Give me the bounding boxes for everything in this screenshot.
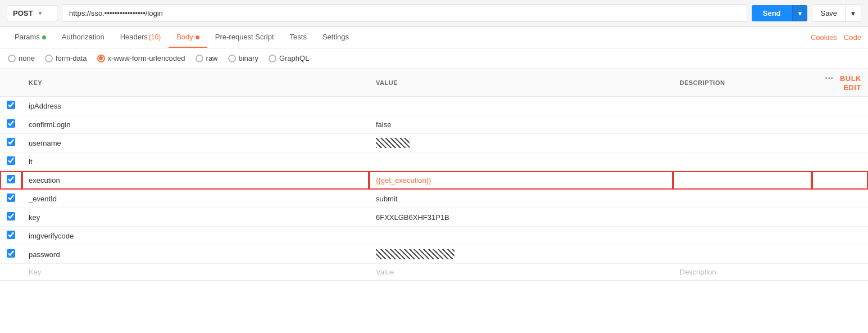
- body-type-binary[interactable]: binary: [228, 54, 258, 62]
- tab-params[interactable]: Params: [7, 27, 54, 48]
- radio-form-data-icon: [45, 55, 53, 62]
- body-type-raw[interactable]: raw: [196, 54, 218, 62]
- send-button-group: Send ▼: [752, 5, 808, 21]
- tab-prerequest[interactable]: Pre-request Script: [207, 27, 282, 48]
- header-checkbox-col: [0, 69, 22, 97]
- row-key: key: [29, 213, 40, 222]
- body-type-urlencoded[interactable]: x-www-form-urlencoded: [97, 54, 185, 62]
- new-row-key-cell[interactable]: Key: [22, 264, 369, 281]
- radio-raw-icon: [196, 55, 203, 62]
- row-checkbox[interactable]: [7, 249, 15, 258]
- tab-body[interactable]: Body: [169, 27, 207, 48]
- row-value: 6FXXLGB6XHF31P1B: [376, 213, 449, 222]
- row-checkbox-cell: [0, 208, 22, 227]
- row-checkbox[interactable]: [7, 101, 15, 109]
- body-type-form-data-label: form-data: [56, 54, 87, 62]
- row-checkbox[interactable]: [7, 156, 15, 165]
- save-button-group: Save ▼: [812, 4, 861, 22]
- row-checkbox[interactable]: [7, 138, 15, 146]
- row-value-cell[interactable]: [369, 245, 673, 264]
- row-checkbox-cell: [0, 227, 22, 245]
- params-dot: [42, 35, 46, 39]
- tab-authorization[interactable]: Authorization: [54, 27, 112, 48]
- row-desc-cell[interactable]: [673, 152, 812, 171]
- body-type-graphql[interactable]: GraphQL: [269, 54, 309, 62]
- row-actions-cell: [812, 171, 868, 190]
- row-actions-cell: [812, 134, 868, 152]
- body-type-none-label: none: [19, 54, 35, 62]
- row-checkbox[interactable]: [7, 212, 15, 220]
- row-desc-cell[interactable]: [673, 208, 812, 227]
- save-button[interactable]: Save: [812, 5, 845, 21]
- tab-settings[interactable]: Settings: [315, 27, 357, 48]
- row-desc-cell[interactable]: [673, 134, 812, 152]
- row-desc-cell[interactable]: [673, 97, 812, 115]
- new-row: Key Value Description: [0, 264, 868, 281]
- row-desc-cell[interactable]: [673, 227, 812, 245]
- new-row-key-placeholder: Key: [29, 268, 41, 276]
- more-options-icon[interactable]: ···: [825, 73, 833, 83]
- url-input[interactable]: [62, 4, 747, 22]
- row-key: ipAddress: [29, 102, 61, 110]
- row-checkbox[interactable]: [7, 231, 15, 239]
- row-desc-cell[interactable]: [673, 115, 812, 134]
- row-value-cell[interactable]: submit: [369, 190, 673, 208]
- new-row-value-cell[interactable]: Value: [369, 264, 673, 281]
- row-actions-cell: [812, 190, 868, 208]
- row-value: false: [376, 120, 391, 129]
- row-value-cell[interactable]: [369, 134, 673, 152]
- headers-badge: (10): [149, 33, 161, 41]
- row-checkbox[interactable]: [7, 194, 15, 202]
- tab-tests[interactable]: Tests: [282, 27, 315, 48]
- row-key-cell[interactable]: username: [22, 134, 369, 152]
- radio-binary-icon: [228, 55, 236, 62]
- row-checkbox-cell: [0, 245, 22, 264]
- row-value-cell[interactable]: {{get_execution}}: [369, 171, 673, 190]
- row-key: lt: [29, 158, 33, 166]
- row-key-cell[interactable]: confirmLogin: [22, 115, 369, 134]
- row-key: imgverifycode: [29, 232, 74, 240]
- row-checkbox-cell: [0, 97, 22, 115]
- bulk-edit-button[interactable]: Bulk Edit: [840, 74, 861, 92]
- send-button[interactable]: Send: [752, 5, 792, 21]
- table-row: lt: [0, 152, 868, 171]
- row-value-cell[interactable]: false: [369, 115, 673, 134]
- row-actions-cell: [812, 115, 868, 134]
- row-key: _eventId: [29, 195, 57, 203]
- row-key-cell[interactable]: lt: [22, 152, 369, 171]
- tabs-right: Cookies Code: [811, 33, 861, 42]
- row-key-cell[interactable]: _eventId: [22, 190, 369, 208]
- tabs-bar: Params Authorization Headers(10) Body Pr…: [0, 27, 868, 48]
- row-actions-cell: [812, 152, 868, 171]
- row-value-cell[interactable]: 6FXXLGB6XHF31P1B: [369, 208, 673, 227]
- row-value-cell[interactable]: [369, 152, 673, 171]
- save-dropdown-button[interactable]: ▼: [845, 5, 861, 21]
- row-key-cell[interactable]: password: [22, 245, 369, 264]
- table-row: confirmLogin false: [0, 115, 868, 134]
- body-type-selector: none form-data x-www-form-urlencoded raw…: [0, 48, 868, 69]
- body-type-none[interactable]: none: [8, 54, 35, 62]
- row-checkbox[interactable]: [7, 175, 15, 183]
- tab-headers[interactable]: Headers(10): [112, 27, 169, 48]
- code-link[interactable]: Code: [844, 33, 861, 42]
- row-key-cell[interactable]: imgverifycode: [22, 227, 369, 245]
- row-desc-cell[interactable]: [673, 245, 812, 264]
- row-value-cell[interactable]: [369, 97, 673, 115]
- row-key: username: [29, 139, 61, 147]
- row-key-cell[interactable]: ipAddress: [22, 97, 369, 115]
- row-desc-cell[interactable]: [673, 171, 812, 190]
- row-value-cell[interactable]: [369, 227, 673, 245]
- row-checkbox[interactable]: [7, 119, 15, 128]
- row-key-cell[interactable]: execution: [22, 171, 369, 190]
- row-value-template: {{get_execution}}: [376, 176, 431, 184]
- row-desc-cell[interactable]: [673, 190, 812, 208]
- body-dot: [196, 35, 199, 39]
- cookies-link[interactable]: Cookies: [811, 33, 837, 42]
- new-row-desc-cell[interactable]: Description: [673, 264, 812, 281]
- method-select[interactable]: POST ▼: [7, 5, 57, 21]
- send-dropdown-button[interactable]: ▼: [792, 5, 808, 21]
- radio-none-icon: [8, 55, 16, 62]
- table-row: ipAddress: [0, 97, 868, 115]
- row-key-cell[interactable]: key: [22, 208, 369, 227]
- body-type-form-data[interactable]: form-data: [45, 54, 87, 62]
